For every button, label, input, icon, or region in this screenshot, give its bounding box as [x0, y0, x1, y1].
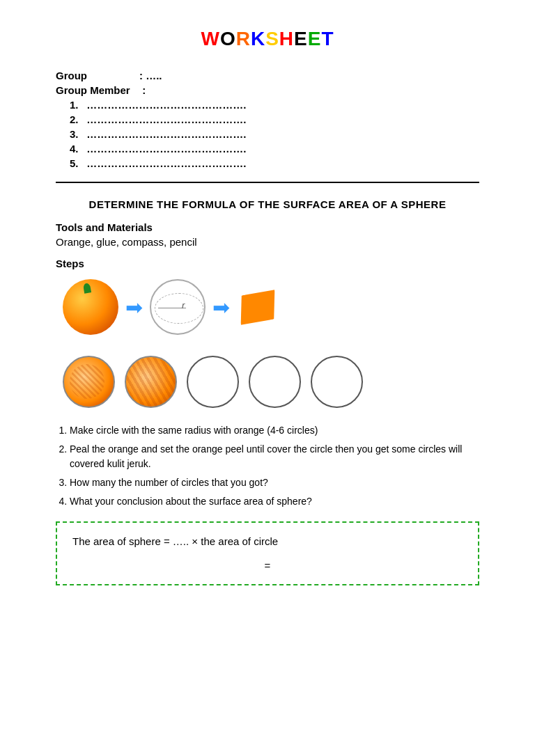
page-title: WORKSHEET [56, 28, 479, 50]
section-title: DETERMINE THE FORMULA OF THE SURFACE ARE… [56, 198, 479, 210]
title-letter-r: R [236, 28, 251, 49]
list-item: 1. ………………………………………. [70, 99, 479, 111]
title-letter-t: T [321, 28, 334, 49]
title-letter-k: K [251, 28, 265, 49]
sphere-radius-line [158, 308, 186, 308]
answer-line-1: The area of sphere = ….. × the area of c… [72, 535, 463, 547]
list-item: 2. ………………………………………. [70, 113, 479, 125]
orange-ball-image [63, 279, 118, 335]
tools-label: Tools and Materials [56, 221, 479, 233]
instruction-item-3: How many the number of circles that you … [70, 475, 479, 490]
instruction-item-4: What your conclusion about the surface a… [70, 494, 479, 509]
sphere-outline-image [150, 279, 206, 335]
circle-outline-3 [311, 356, 363, 408]
sphere-ellipse [155, 293, 203, 324]
title-letter-e2: E [308, 28, 322, 49]
title-letter-s: S [265, 28, 279, 49]
title-letter-w: W [201, 28, 219, 49]
steps-label: Steps [56, 258, 479, 269]
answer-line-2: = [72, 560, 463, 572]
arrow-icon-2: ➡ [212, 295, 230, 320]
list-item: 5. ………………………………………. [70, 157, 479, 169]
instruction-item-2: Peal the orange and set the orange peel … [70, 442, 479, 471]
member-list: 1. ………………………………………. 2. ………………………………………. … [70, 99, 479, 169]
title-letter-h: H [279, 28, 294, 49]
arrow-icon-1: ➡ [125, 295, 143, 320]
steps-images-row2 [63, 356, 479, 408]
peel-piece-image [233, 287, 282, 328]
orange-peel-half-image [63, 356, 115, 408]
page: WORKSHEET Group : ….. Group Member : 1. … [0, 0, 535, 756]
member-label: Group Member [56, 84, 139, 96]
title-letter-o: O [220, 28, 236, 49]
instruction-item-1: Make circle with the same radius with or… [70, 423, 479, 438]
divider [56, 182, 479, 183]
group-label: Group [56, 70, 139, 81]
circle-outline-2 [249, 356, 301, 408]
group-row: Group : ….. [56, 70, 479, 81]
orange-peel-quarter-image [125, 356, 177, 408]
tools-value: Orange, glue, compass, pencil [56, 236, 479, 248]
steps-images-row1: ➡ ➡ [63, 279, 479, 335]
list-item: 4. ………………………………………. [70, 143, 479, 155]
list-item: 3. ………………………………………. [70, 128, 479, 140]
group-colon: : ….. [139, 70, 162, 81]
title-letter-e1: E [294, 28, 308, 49]
member-colon: : [139, 84, 146, 96]
answer-box: The area of sphere = ….. × the area of c… [56, 521, 479, 585]
member-row: Group Member : [56, 84, 479, 96]
instructions-list: Make circle with the same radius with or… [70, 423, 479, 509]
circle-outline-1 [187, 356, 239, 408]
